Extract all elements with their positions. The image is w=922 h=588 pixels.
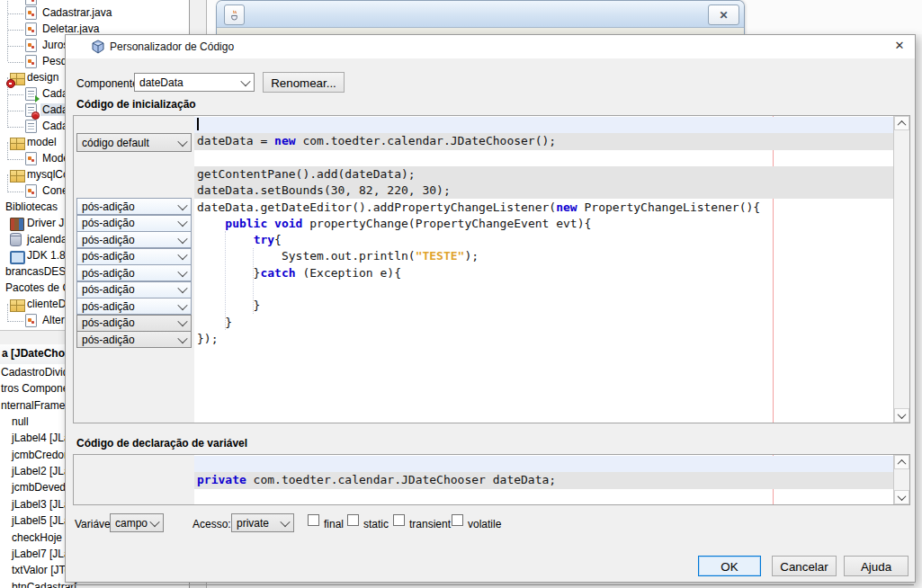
init-editor-scrollbar[interactable]	[893, 116, 909, 423]
post-add-combobox[interactable]: pós-adição	[76, 231, 192, 248]
transient-label: transient	[409, 518, 451, 530]
component-label: Componente:	[76, 77, 141, 90]
tree-connector	[8, 46, 23, 47]
transient-checkbox[interactable]	[393, 514, 405, 526]
volatile-checkbox[interactable]	[452, 514, 463, 526]
final-checkbox[interactable]	[308, 514, 319, 526]
post-add-combobox[interactable]: pós-adição	[76, 215, 192, 232]
code-line: System.out.println("TESTE");	[194, 248, 893, 264]
code-line: try{	[194, 232, 893, 248]
tree-connector	[8, 321, 23, 322]
internal-frame-close-button[interactable]: ✕	[708, 4, 739, 25]
dialog-close-button[interactable]: ✕	[891, 39, 908, 55]
post-add-combobox[interactable]: pós-adição	[76, 198, 192, 215]
post-add-combobox[interactable]: pós-adição	[76, 315, 192, 332]
jar-icon	[10, 233, 22, 246]
decl-code-editor[interactable]: private com.toedter.calendar.JDateChoose…	[194, 455, 893, 504]
post-add-combobox[interactable]: pós-adição	[76, 298, 192, 315]
code-line: public void propertyChange(PropertyChang…	[194, 216, 893, 232]
default-code-combobox[interactable]: código default	[76, 133, 192, 152]
chevron-down-icon	[177, 250, 187, 260]
chevron-down-icon	[240, 76, 250, 85]
navigator-item[interactable]: nternalFrame]	[1, 399, 68, 415]
form-red-icon	[25, 103, 37, 117]
post-add-combobox[interactable]: pós-adição	[76, 248, 192, 265]
bean-cube-icon	[91, 40, 105, 54]
help-button[interactable]: Ajuda	[844, 556, 909, 576]
navigator-item[interactable]: null	[12, 415, 29, 432]
post-add-value: pós-adição	[82, 334, 135, 346]
rename-button[interactable]: Renomear...	[263, 72, 345, 93]
chevron-down-icon	[177, 299, 187, 309]
chevron-down-icon	[177, 217, 187, 227]
code-line: dateData = new com.toedter.calendar.JDat…	[194, 133, 893, 149]
post-add-value: pós-adição	[82, 300, 135, 313]
internal-frame: ✕	[216, 0, 745, 35]
internal-frame-titlebar[interactable]	[217, 1, 744, 28]
tree-connector	[8, 30, 23, 31]
tree-item[interactable]: Cadastrar.java	[0, 4, 189, 21]
chevron-down-icon	[177, 266, 187, 276]
java-file-icon	[25, 152, 37, 165]
tree-connector	[8, 94, 23, 95]
code-line: dateData.setBounds(30, 82, 220, 30);	[194, 183, 893, 199]
post-add-value: pós-adição	[82, 267, 135, 280]
access-combobox[interactable]: private	[231, 513, 294, 532]
chevron-down-icon	[177, 200, 187, 209]
navigator-item[interactable]: tros Componen	[1, 382, 75, 398]
close-icon: ✕	[895, 39, 905, 52]
chevron-up-icon	[898, 120, 907, 129]
code-line: private com.toedter.calendar.JDateChoose…	[194, 472, 893, 488]
decl-editor-scrollbar[interactable]	[893, 455, 909, 504]
java-file-icon	[25, 39, 37, 52]
tree-item-label: model	[27, 136, 57, 148]
component-combobox[interactable]: dateData	[134, 73, 255, 92]
java-app-button[interactable]	[224, 4, 245, 25]
chevron-down-icon	[177, 136, 187, 146]
chevron-down-icon	[149, 516, 159, 526]
scroll-down-button[interactable]	[894, 408, 909, 423]
post-add-value: pós-adição	[82, 316, 135, 329]
tree-connector	[8, 62, 23, 63]
code-line	[194, 150, 893, 166]
dialog-titlebar[interactable]: Personalizador de Código ✕	[66, 35, 915, 58]
form-plain-icon	[25, 120, 37, 133]
code-line: }	[194, 298, 893, 314]
post-add-combobox[interactable]: pós-adição	[76, 264, 192, 281]
chevron-down-icon	[177, 333, 187, 343]
code-line: }	[194, 315, 893, 331]
tree-connector	[8, 111, 23, 111]
form-green-icon	[25, 87, 37, 101]
chevron-down-icon	[177, 316, 187, 326]
ok-button[interactable]: OK	[698, 556, 761, 576]
final-label: final	[324, 518, 344, 530]
post-add-combobox[interactable]: pós-adição	[76, 331, 192, 348]
tree-connector	[8, 127, 23, 128]
scroll-up-button[interactable]	[894, 455, 909, 469]
tree-connector	[8, 192, 23, 192]
post-add-combobox[interactable]: pós-adição	[76, 281, 192, 298]
package-icon	[10, 170, 25, 183]
tree-item-label: design	[27, 71, 58, 84]
jdk-icon	[10, 251, 25, 264]
cancel-button[interactable]: Cancelar	[772, 556, 837, 576]
java-file-icon	[25, 314, 37, 327]
variable-combobox[interactable]: campo	[110, 513, 164, 532]
init-code-editor[interactable]: dateData = new com.toedter.calendar.JDat…	[194, 116, 893, 423]
code-line	[194, 281, 893, 298]
close-icon: ✕	[719, 9, 728, 22]
code-customizer-dialog: Personalizador de Código ✕ Componente: d…	[65, 34, 916, 583]
tree-item-label: Deletar.java	[42, 22, 99, 35]
scroll-down-button[interactable]	[894, 490, 909, 504]
static-checkbox[interactable]	[347, 514, 359, 526]
code-line	[194, 117, 893, 133]
dialog-title: Personalizador de Código	[110, 40, 234, 53]
code-line: getContentPane().add(dateData);	[194, 166, 893, 183]
code-line	[194, 456, 893, 472]
post-add-value: pós-adição	[82, 283, 135, 296]
post-add-value: pós-adição	[82, 200, 135, 213]
java-file-icon	[25, 22, 37, 36]
java-file-icon	[25, 55, 37, 68]
scroll-up-button[interactable]	[894, 116, 909, 130]
chevron-down-icon	[898, 410, 907, 419]
